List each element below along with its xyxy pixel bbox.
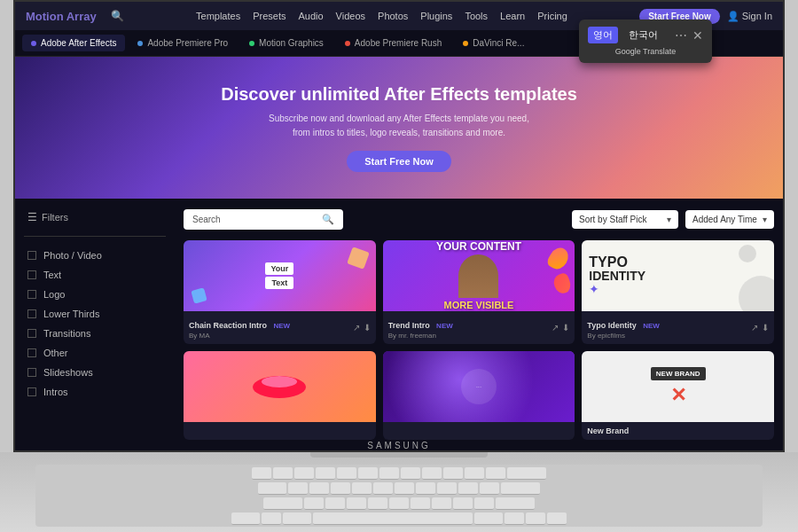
key-arrow-u: [526, 512, 545, 525]
hero-cta-button[interactable]: Start Free Now: [347, 151, 451, 172]
template-name-newbrand: New Brand: [587, 426, 769, 435]
template-card-purple[interactable]: ···: [383, 351, 575, 440]
filter-text[interactable]: Text: [24, 265, 166, 285]
time-dropdown[interactable]: Added Any Time ▾: [685, 210, 774, 229]
tab-pr-label: Adobe Premiere Rush: [355, 38, 442, 48]
thumb-1-inner: Your Text: [184, 240, 376, 311]
tab-pr-dot: [345, 41, 350, 46]
purple-dots: ···: [476, 383, 482, 391]
tab-mg-dot: [249, 41, 254, 46]
sort-chevron-icon: ▾: [667, 215, 671, 224]
filter-intros[interactable]: Intros: [24, 382, 166, 402]
nav-pricing[interactable]: Pricing: [537, 11, 567, 21]
nav-templates[interactable]: Templates: [196, 11, 240, 21]
filter-slideshows-label: Slideshows: [43, 367, 93, 378]
newbrand-content: NEW BRAND ✕: [582, 351, 774, 422]
tab-mg[interactable]: Motion Graphics: [240, 35, 332, 51]
checkbox-text[interactable]: [27, 270, 36, 279]
key-i: [401, 467, 420, 480]
checkbox-logo[interactable]: [27, 290, 36, 299]
tab-ae[interactable]: Adobe After Effects: [22, 35, 125, 51]
user-icon: 👤: [727, 11, 739, 22]
filter-photo-video[interactable]: Photo / Video: [24, 246, 166, 265]
tab-pp[interactable]: Adobe Premiere Pro: [129, 35, 237, 51]
sidebar-divider: [24, 236, 166, 237]
thumb2-text: YOUR CONTENT MORE VISIBLE: [383, 240, 575, 311]
key-space[interactable]: [313, 512, 473, 525]
template-name-typo: Typo Identity NEW: [587, 316, 751, 332]
download-icon-trend[interactable]: ⬇: [562, 323, 569, 332]
filter-lower-thirds-label: Lower Thirds: [43, 309, 99, 319]
template-thumb-trend: YOUR CONTENT MORE VISIBLE: [383, 240, 575, 311]
template-name-area-typo: Typo Identity NEW By epicfilms: [587, 316, 751, 340]
key-y: [358, 467, 378, 480]
search-icon[interactable]: 🔍: [111, 10, 124, 22]
filter-text-label: Text: [43, 270, 61, 280]
nav-tools[interactable]: Tools: [465, 11, 488, 21]
template-thumb-purple: ···: [383, 351, 575, 422]
share-icon-chain[interactable]: ↗: [353, 323, 360, 332]
search-icon-el: 🔍: [322, 214, 334, 225]
filter-other[interactable]: Other: [24, 343, 166, 363]
thumb5-content: ···: [383, 351, 575, 422]
typo-identity: IDENTITY: [589, 270, 645, 282]
key-n: [411, 497, 430, 510]
keyboard-row-1: [252, 467, 546, 480]
checkbox-slideshows[interactable]: [27, 368, 36, 377]
share-icon-typo[interactable]: ↗: [751, 323, 758, 332]
key-a: [288, 482, 308, 495]
filter-logo[interactable]: Logo: [24, 285, 166, 304]
translate-dots-icon[interactable]: ⋯: [675, 28, 687, 43]
filter-slideshows[interactable]: Slideshows: [24, 363, 166, 382]
translate-close-icon[interactable]: ✕: [692, 28, 703, 43]
sort-dropdown[interactable]: Sort by Staff Pick ▾: [572, 210, 678, 229]
tab-pr[interactable]: Adobe Premiere Rush: [336, 35, 450, 51]
key-semi: [480, 482, 499, 495]
key-alt-l: [283, 512, 311, 525]
filter-lower-thirds[interactable]: Lower Thirds: [24, 304, 166, 324]
sign-in-link[interactable]: 👤 Sign In: [727, 11, 772, 22]
nav-learn[interactable]: Learn: [500, 11, 525, 21]
nav-videos[interactable]: Videos: [336, 11, 365, 21]
key-bracket-r: [486, 467, 505, 480]
nav-presets[interactable]: Presets: [253, 11, 286, 21]
sort-label: Sort by Staff Pick: [579, 215, 647, 224]
checkbox-intros[interactable]: [27, 387, 36, 396]
key-d: [331, 482, 350, 495]
checkbox-lower-thirds[interactable]: [27, 309, 36, 318]
template-card-chain[interactable]: Your Text Chain R: [184, 240, 376, 344]
template-card-newbrand[interactable]: NEW BRAND ✕ New Brand: [582, 351, 774, 440]
main-content: ☰ Filters Photo / Video Text Logo: [15, 199, 783, 450]
template-info-lips: [184, 422, 376, 431]
template-card-trend[interactable]: YOUR CONTENT MORE VISIBLE: [383, 240, 575, 344]
checkbox-other[interactable]: [27, 348, 36, 357]
key-alt-r: [474, 512, 503, 525]
translate-lang-kr[interactable]: 한국어: [623, 27, 663, 43]
thumb4-content: [184, 351, 376, 422]
share-icon-trend[interactable]: ↗: [552, 323, 559, 332]
search-box[interactable]: Search 🔍: [184, 209, 343, 230]
your-text-block2: Text: [265, 277, 293, 289]
checkbox-transitions[interactable]: [27, 329, 36, 338]
download-icon-chain[interactable]: ⬇: [364, 323, 371, 332]
checkbox-photo-video[interactable]: [27, 251, 36, 260]
tab-pp-dot: [137, 41, 143, 46]
tab-dr[interactable]: DaVinci Re...: [454, 35, 533, 51]
nav-plugins[interactable]: Plugins: [420, 11, 452, 21]
template-thumb-lips: [184, 351, 376, 422]
download-icon-typo[interactable]: ⬇: [762, 323, 769, 332]
template-thumb-newbrand: NEW BRAND ✕: [582, 351, 774, 422]
key-j: [416, 482, 435, 495]
filter-transitions[interactable]: Transitions: [24, 324, 166, 343]
nav-photos[interactable]: Photos: [378, 11, 408, 21]
filter-intros-label: Intros: [43, 387, 68, 397]
template-info-purple: [383, 422, 575, 431]
key-x: [325, 497, 345, 510]
sign-in-label: Sign In: [742, 11, 772, 21]
template-card-lips[interactable]: [184, 351, 376, 440]
translate-lang-en[interactable]: 영어: [588, 27, 618, 43]
laptop-bottom: SAMSUNG: [0, 452, 798, 532]
template-card-typo[interactable]: TYPO IDENTITY ✦ Typo Identity: [582, 240, 774, 344]
template-name-trend: Trend Intro NEW: [388, 316, 552, 332]
nav-audio[interactable]: Audio: [298, 11, 323, 21]
